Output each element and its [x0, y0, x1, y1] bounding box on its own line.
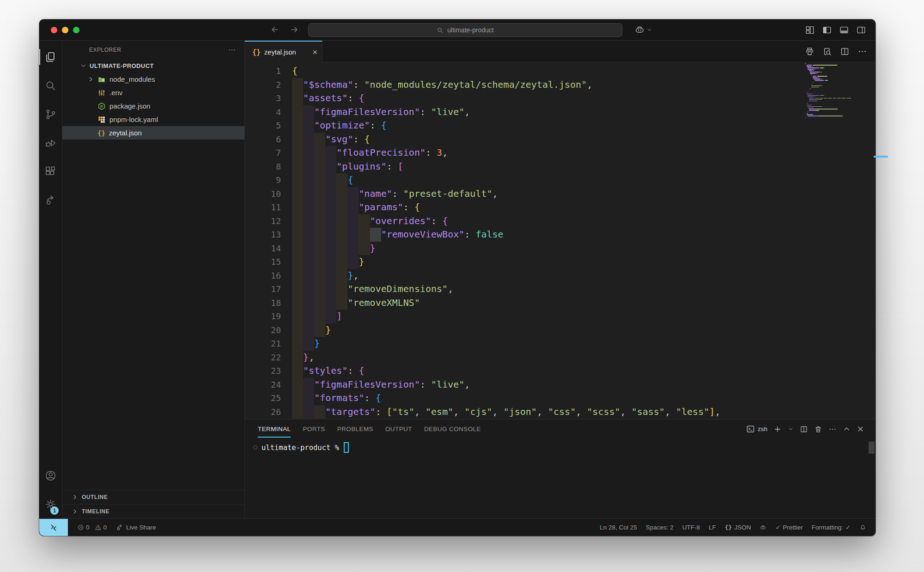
line-number: 22 [245, 351, 281, 365]
split-editor-button[interactable] [840, 47, 850, 56]
code-line[interactable]: 1{ [245, 64, 875, 78]
go-back-icon[interactable] [270, 25, 280, 34]
panel-tab-problems[interactable]: PROBLEMS [337, 426, 373, 438]
file-item-node-modules[interactable]: node_modules [62, 73, 244, 86]
activity-item-live-share[interactable] [39, 186, 62, 214]
chevron-down-icon [80, 62, 87, 69]
code-line[interactable]: 26 "targets": ["ts", "esm", "cjs", "json… [245, 405, 875, 419]
activity-item-explorer[interactable] [39, 43, 62, 71]
kill-terminal-button[interactable] [814, 425, 822, 433]
activity-item-search[interactable] [39, 71, 62, 100]
close-window-button[interactable] [51, 27, 57, 33]
terminal-content[interactable]: ultimate-product % [253, 442, 875, 453]
code-line[interactable]: 12 "overrides": { [245, 214, 875, 228]
customize-layout-button[interactable] [805, 25, 815, 35]
code-line[interactable]: 7 "floatPrecision": 3, [245, 146, 875, 160]
tab-zeytal-json[interactable]: {} zeytal.json × [245, 41, 322, 63]
minimap[interactable] [805, 63, 851, 118]
sidebar-section-timeline[interactable]: TIMELINE [62, 504, 244, 518]
toggle-secondary-sidebar-button[interactable] [856, 25, 866, 35]
settings-badge: 1 [50, 506, 59, 515]
code-line[interactable]: 22 }, [245, 351, 875, 365]
title-bar: ultimate-product [39, 19, 875, 41]
code-line[interactable]: 23 "styles": { [245, 364, 875, 378]
close-tab-button[interactable]: × [312, 48, 317, 56]
code-line[interactable]: 13 "removeViewBox": false [245, 228, 875, 242]
minimize-window-button[interactable] [62, 27, 68, 33]
remote-indicator[interactable] [39, 519, 68, 536]
editor-more-actions-button[interactable] [857, 47, 867, 56]
code-editor[interactable]: 1{2 "$schema": "node_modules/zeytal/sche… [245, 62, 875, 419]
file-item-pnpm-lock-yaml[interactable]: pnpm-lock.yaml [62, 113, 244, 126]
code-line[interactable]: 21 } [245, 337, 875, 351]
live-share-icon [116, 523, 124, 531]
line-number: 2 [245, 78, 281, 92]
code-line[interactable]: 4 "figmaFilesVersion": "live", [245, 105, 875, 119]
code-line[interactable]: 10 "name": "preset-default", [245, 187, 875, 201]
code-line[interactable]: 25 "formats": { [245, 391, 875, 405]
code-line[interactable]: 24 "figmaFilesVersion": "live", [245, 378, 875, 392]
status-formatting[interactable]: Formatting:✓ [812, 524, 851, 531]
code-line[interactable]: 20 } [245, 323, 875, 337]
activity-item-run-debug[interactable] [39, 128, 62, 157]
search-editor-button[interactable] [822, 47, 832, 56]
sidebar-section-outline[interactable]: OUTLINE [62, 490, 244, 504]
panel-more-actions-button[interactable] [828, 425, 837, 433]
activity-item-source-control[interactable] [39, 100, 62, 128]
toggle-panel-button[interactable] [839, 25, 849, 35]
panel-tab-terminal[interactable]: TERMINAL [258, 426, 291, 438]
code-line[interactable]: 17 "removeDimensions", [245, 282, 875, 296]
workspace-root-folder[interactable]: ULTIMATE-PRODUCT [62, 59, 244, 73]
panel-tab-output[interactable]: OUTPUT [385, 426, 412, 438]
status-copilot-status[interactable] [760, 524, 766, 531]
status-eol[interactable]: LF [709, 524, 716, 531]
close-panel-button[interactable] [857, 425, 864, 433]
activity-item-settings[interactable]: 1 [39, 490, 62, 518]
code-line[interactable]: 3 "assets": { [245, 91, 875, 105]
terminal-instance-selector[interactable]: zsh [746, 425, 767, 433]
panel-scrollbar[interactable] [869, 442, 875, 454]
code-line[interactable]: 6 "svg": { [245, 133, 875, 146]
bottom-panel: TERMINALPORTSPROBLEMSOUTPUTDEBUG CONSOLE… [245, 419, 875, 518]
split-terminal-button[interactable] [800, 425, 808, 433]
code-line[interactable]: 5 "optimize": { [245, 119, 875, 133]
file-item-zeytal-json[interactable]: {}zeytal.json [62, 126, 244, 140]
code-line[interactable]: 16 }, [245, 269, 875, 283]
chevron-right-icon [72, 494, 78, 500]
code-line[interactable]: 18 "removeXMLNS" [245, 296, 875, 310]
remote-icon [49, 523, 58, 532]
zoom-window-button[interactable] [73, 27, 79, 33]
code-line[interactable]: 19 ] [245, 310, 875, 323]
panel-tab-debug-console[interactable]: DEBUG CONSOLE [424, 426, 481, 438]
command-center[interactable]: ultimate-product [308, 23, 622, 37]
terminal-dropdown-button[interactable] [788, 426, 794, 432]
status-prettier[interactable]: ✓Prettier [775, 524, 802, 531]
code-line[interactable]: 8 "plugins": [ [245, 160, 875, 174]
code-line[interactable]: 14 } [245, 242, 875, 256]
code-line[interactable]: 11 "params": { [245, 201, 875, 214]
code-line[interactable]: 15 } [245, 255, 875, 269]
status-notifications[interactable] [859, 524, 866, 531]
activity-item-accounts[interactable] [39, 461, 62, 490]
panel-tab-ports[interactable]: PORTS [303, 426, 325, 438]
activity-item-extensions[interactable] [39, 157, 62, 186]
status-cursor-position[interactable]: Ln 28, Col 25 [600, 524, 637, 531]
toggle-sidebar-button[interactable] [822, 25, 832, 35]
explorer-more-actions-button[interactable] [228, 46, 236, 54]
status-encoding[interactable]: UTF-8 [682, 524, 700, 531]
problems-status[interactable]: 0 0 [77, 524, 107, 531]
copilot-menu-button[interactable] [634, 24, 652, 35]
file-item--env[interactable]: .env [62, 86, 244, 99]
file-item-package-json[interactable]: jspackage.json [62, 99, 244, 113]
search-icon [437, 27, 444, 34]
code-line[interactable]: 2 "$schema": "node_modules/zeytal/schema… [245, 78, 875, 92]
code-line[interactable]: 9 { [245, 173, 875, 187]
status-indentation[interactable]: Spaces: 2 [646, 524, 674, 531]
maximize-panel-button[interactable] [843, 425, 851, 433]
status-language-mode[interactable]: {}JSON [725, 524, 751, 531]
check-icon: ✓ [845, 524, 851, 531]
print-button[interactable] [805, 47, 815, 56]
new-terminal-button[interactable] [773, 425, 782, 433]
go-forward-icon[interactable] [290, 25, 299, 34]
live-share-status[interactable]: Live Share [116, 523, 156, 531]
